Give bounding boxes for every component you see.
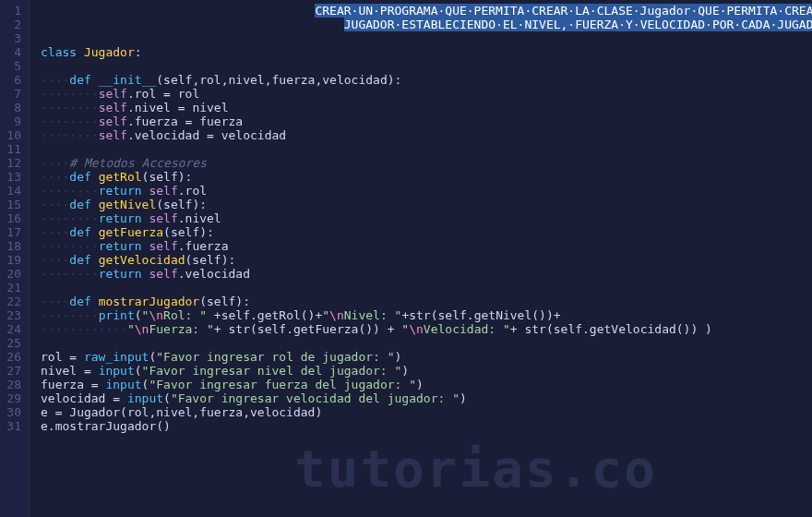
- line-number: 11: [4, 142, 21, 156]
- code-line[interactable]: ········return self.velocidad: [41, 267, 812, 281]
- code-line[interactable]: ········self.velocidad = velocidad: [41, 128, 812, 142]
- line-number: 30: [4, 405, 21, 419]
- code-line[interactable]: [41, 142, 812, 156]
- code-line[interactable]: velocidad = input("Favor ingresar veloci…: [41, 391, 812, 405]
- code-line[interactable]: ····def mostrarJugador(self):: [41, 295, 812, 308]
- code-line[interactable]: rol = raw_input("Favor ingresar rol de j…: [41, 350, 812, 364]
- line-number: 22: [4, 295, 21, 308]
- line-number: 20: [4, 267, 21, 281]
- code-line[interactable]: ········return self.nivel: [41, 211, 812, 225]
- line-number: 1: [4, 4, 21, 18]
- line-number: 24: [4, 322, 21, 336]
- code-line[interactable]: CREAR·UN·PROGRAMA·QUE·PERMITA·CREAR·LA·C…: [41, 4, 812, 18]
- line-number: 13: [4, 170, 21, 184]
- line-number: 7: [4, 87, 21, 101]
- line-number: 17: [4, 225, 21, 239]
- code-area[interactable]: CREAR·UN·PROGRAMA·QUE·PERMITA·CREAR·LA·C…: [30, 0, 812, 517]
- code-line[interactable]: e = Jugador(rol,nivel,fuerza,velocidad): [41, 405, 812, 419]
- line-number: 15: [4, 198, 21, 211]
- code-editor[interactable]: 1234567891011121314151617181920212223242…: [0, 0, 812, 517]
- line-number: 4: [4, 45, 21, 59]
- code-line[interactable]: ········return self.rol: [41, 184, 812, 198]
- code-line[interactable]: ········return self.fuerza: [41, 239, 812, 253]
- line-number: 9: [4, 114, 21, 128]
- line-number: 28: [4, 378, 21, 391]
- line-number: 31: [4, 419, 21, 433]
- line-number: 29: [4, 391, 21, 405]
- code-line[interactable]: ····def getVelocidad(self):: [41, 253, 812, 267]
- line-number: 14: [4, 184, 21, 198]
- code-line[interactable]: class Jugador:: [41, 45, 812, 59]
- line-number-gutter: 1234567891011121314151617181920212223242…: [0, 0, 30, 517]
- line-number: 23: [4, 308, 21, 322]
- code-line[interactable]: [41, 59, 812, 73]
- code-line[interactable]: ········self.rol = rol: [41, 87, 812, 101]
- code-line[interactable]: nivel = input("Favor ingresar nivel del …: [41, 364, 812, 378]
- line-number: 6: [4, 73, 21, 87]
- line-number: 27: [4, 364, 21, 378]
- code-line[interactable]: ····def __init__(self,rol,nivel,fuerza,v…: [41, 73, 812, 87]
- code-line[interactable]: ····def getRol(self):: [41, 170, 812, 184]
- code-line[interactable]: [41, 336, 812, 350]
- line-number: 3: [4, 31, 21, 45]
- line-number: 19: [4, 253, 21, 267]
- line-number: 25: [4, 336, 21, 350]
- line-number: 10: [4, 128, 21, 142]
- code-line[interactable]: ········print("\nRol: " +self.getRol()+"…: [41, 308, 812, 322]
- code-line[interactable]: [41, 281, 812, 295]
- line-number: 18: [4, 239, 21, 253]
- code-line[interactable]: ········self.fuerza = fuerza: [41, 114, 812, 128]
- code-line[interactable]: e.mostrarJugador(): [41, 419, 812, 433]
- line-number: 26: [4, 350, 21, 364]
- line-number: 8: [4, 101, 21, 114]
- code-line[interactable]: fuerza = input("Favor ingresar fuerza de…: [41, 378, 812, 391]
- code-line[interactable]: ····def getFuerza(self):: [41, 225, 812, 239]
- line-number: 5: [4, 59, 21, 73]
- line-number: 2: [4, 18, 21, 31]
- code-line[interactable]: [41, 31, 812, 45]
- code-line[interactable]: ············"\nFuerza: "+ str(self.getFu…: [41, 322, 812, 336]
- code-line[interactable]: ····def getNivel(self):: [41, 198, 812, 211]
- code-line[interactable]: ········self.nivel = nivel: [41, 101, 812, 114]
- code-line[interactable]: JUGADOR·ESTABLECIENDO·EL·NIVEL,·FUERZA·Y…: [41, 18, 812, 31]
- code-line[interactable]: ····# Metodos Accesores: [41, 156, 812, 170]
- line-number: 21: [4, 281, 21, 295]
- line-number: 12: [4, 156, 21, 170]
- line-number: 16: [4, 211, 21, 225]
- watermark-logo: tutorias.co: [294, 439, 657, 499]
